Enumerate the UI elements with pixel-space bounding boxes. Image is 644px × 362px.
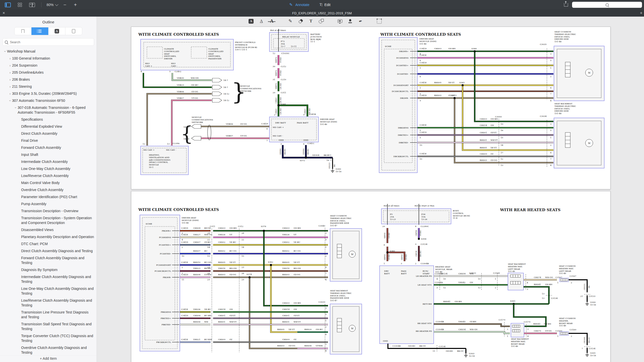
outline-item[interactable]: Diagnosis By Symptom (0, 266, 97, 273)
outline-item-label: Differential Exploded View (21, 124, 62, 129)
outline-item[interactable]: Parameter Identification (PID) Chart (0, 193, 97, 200)
chevron-icon[interactable]: › (8, 63, 12, 68)
sidebar-search[interactable] (3, 38, 94, 46)
outline-item[interactable]: ›211 Steering (0, 83, 97, 90)
svg-text:GN-BN: GN-BN (544, 323, 551, 325)
chevron-icon[interactable]: › (8, 70, 12, 75)
svg-text:GN-RD: GN-RD (280, 108, 282, 114)
outline-item[interactable]: Low One-Way Clutch Assembly Diagnosis an… (0, 285, 97, 297)
add-item-button[interactable]: + Add Item (0, 355, 97, 362)
thumbnail-view-button[interactable] (16, 1, 24, 8)
outline-item[interactable]: Specifications (0, 116, 97, 123)
outline-item[interactable]: Torque Converter Clutch (TCC) Diagnosis … (0, 332, 97, 344)
outline-item[interactable]: Forward Clutch Assembly (0, 144, 97, 151)
underline-tool-button[interactable]: A (258, 18, 265, 24)
svg-text:RHS07: RHS07 (193, 250, 200, 252)
outline-item[interactable]: Input Shaft (0, 151, 97, 158)
svg-text:15: 15 (501, 137, 503, 139)
outline-item[interactable]: Main Control Valve Body (0, 179, 97, 186)
outline-item[interactable]: ›303 Engine 3.5L Duratec (209kW/284PS) (0, 90, 97, 97)
outline-item[interactable]: Low/Reverse Clutch Assembly Diagnosis an… (0, 297, 97, 309)
tab-pages[interactable] (65, 27, 82, 35)
svg-text:G30010-16: G30010-16 (590, 301, 596, 306)
zoom-control[interactable]: 80% (47, 3, 58, 7)
svg-text:SCME: SCME (385, 45, 391, 48)
outline-item[interactable]: ›Workshop Manual (0, 48, 97, 55)
outline-item[interactable]: Planetary Assembly Description and Opera… (0, 233, 97, 240)
tab-bookmarks[interactable] (15, 27, 31, 35)
add-tab-button[interactable]: + (640, 11, 642, 16)
top-toolbar: 80% − + Annotate T| Edit (0, 0, 644, 10)
sidebar-toggle-button[interactable] (4, 1, 12, 8)
svg-text:14-12: 14-12 (223, 99, 229, 102)
outline-item[interactable]: Direct Clutch Assembly Diagnosis and Tes… (0, 247, 97, 254)
edit-mode-button[interactable]: T| Edit (319, 3, 330, 7)
select-tool-button[interactable] (376, 18, 382, 24)
svg-text:VHS42: VHS42 (458, 281, 465, 284)
outline-item[interactable]: Pump Assembly (0, 200, 97, 207)
svg-text:G30010-16: G30010-16 (336, 168, 341, 173)
outline-item[interactable]: Transmission Description - Overview (0, 207, 97, 214)
outline-item[interactable]: Disassembled Views (0, 226, 97, 233)
svg-text:VT-OG: VT-OG (240, 135, 247, 137)
outline-item[interactable]: Final Drive (0, 137, 97, 144)
svg-text:C3040: C3040 (318, 225, 325, 227)
shapes-tool-button[interactable] (318, 18, 325, 24)
chevron-icon[interactable]: › (8, 99, 13, 103)
outline-item[interactable]: Transmission Description - System Operat… (0, 214, 97, 226)
outline-item[interactable]: Transmission Stall Speed Test Diagnosis … (0, 321, 97, 332)
search-field[interactable] (572, 2, 642, 8)
chevron-icon[interactable]: › (8, 91, 12, 96)
outline-item[interactable]: Differential Exploded View (0, 123, 97, 130)
chevron-icon[interactable]: › (8, 77, 12, 82)
pdf-page-1[interactable]: WITH CLIMATE CONTROLLED SEATSCLIMATECONT… (131, 27, 611, 189)
eraser-tool-button[interactable] (297, 18, 304, 24)
svg-text:RHS03: RHS03 (218, 274, 225, 276)
outline-item[interactable]: ›307-01B Automatic Transmission - 6-Spee… (0, 104, 97, 116)
chevron-icon[interactable]: › (8, 56, 12, 61)
outline-item[interactable]: Overdrive Clutch Assembly Diagnosis and … (0, 344, 97, 356)
outline-item[interactable]: ›206 Brakes (0, 76, 97, 83)
annotate-mode-button[interactable]: Annotate (289, 3, 309, 7)
outline-item[interactable]: Intermediate Clutch Assembly Diagnosis a… (0, 273, 97, 285)
pencil-tool-button[interactable]: ✎ (287, 18, 294, 24)
outline-item[interactable]: Transmission Line Pressure Test Diagnosi… (0, 309, 97, 321)
outline-item[interactable]: Overdrive Clutch Assembly (0, 186, 97, 193)
chevron-icon[interactable]: › (8, 84, 12, 89)
outline-item[interactable]: Direct Clutch Assembly (0, 130, 97, 137)
outline-item[interactable]: DTC Chart: PCM (0, 240, 97, 247)
pdf-page-2[interactable]: WITH CLIMATE CONTROLLED SEATSSCMEDRIVER … (131, 191, 611, 362)
zoom-level[interactable]: 80% (47, 3, 54, 7)
outline-item[interactable]: Intermediate Clutch Assembly (0, 158, 97, 165)
text-tool-button[interactable]: T (308, 18, 314, 24)
svg-text:VHS45: VHS45 (458, 321, 465, 323)
highlight-tool-button[interactable]: A (248, 18, 254, 24)
svg-text:10: 10 (420, 158, 422, 160)
outline-item[interactable]: Forward Clutch Assembly Diagnosis and Te… (0, 254, 97, 266)
outline-item[interactable]: ›205 Driveline&Axles (0, 69, 97, 76)
outline-item[interactable]: ›307 Automatic Transmission 6F50 (0, 97, 97, 104)
zoom-in-button[interactable]: + (72, 2, 79, 7)
svg-text:GN-BU: GN-BU (316, 328, 323, 331)
chevron-icon[interactable]: › (13, 106, 18, 110)
outline-item[interactable]: ›204 Suspension (0, 62, 97, 69)
sidebar-search-input[interactable] (9, 40, 92, 44)
chevron-icon[interactable]: › (3, 49, 8, 53)
outline-item-label: Diagnosis By Symptom (21, 267, 58, 272)
outline-item[interactable]: ›100 General Information (0, 55, 97, 62)
outline-item-label: Low/Reverse Clutch Assembly (21, 173, 69, 178)
tab-annotations[interactable]: A (49, 27, 65, 35)
svg-text:BK-GY: BK-GY (457, 350, 464, 352)
svg-text:PASSBATT: PASSBATT (401, 270, 407, 275)
outline-item[interactable]: Low One-Way Clutch Assembly (0, 165, 97, 172)
strikethrough-tool-button[interactable]: A (268, 18, 275, 24)
signature-tool-button[interactable]: ✒ (356, 17, 364, 25)
outline-item[interactable]: Low/Reverse Clutch Assembly (0, 172, 97, 179)
share-icon[interactable] (564, 3, 568, 7)
two-page-view-button[interactable] (28, 1, 36, 8)
stamp-tool-button[interactable] (347, 18, 353, 24)
tab-outline[interactable] (31, 27, 48, 35)
svg-text:MODULECOMMUNICATIONSNETWORK: MODULECOMMUNICATIONSNETWORK (240, 85, 261, 92)
note-tool-button[interactable] (337, 18, 343, 24)
zoom-out-button[interactable]: − (61, 2, 68, 7)
